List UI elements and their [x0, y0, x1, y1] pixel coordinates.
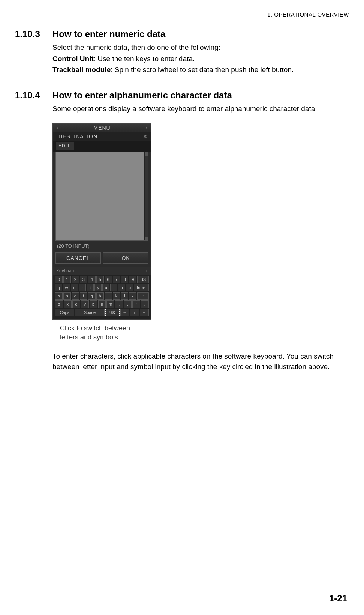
key-0[interactable]: 0: [55, 276, 63, 283]
forward-arrow-icon[interactable]: →: [142, 124, 148, 131]
key-arrow-up2[interactable]: ↑: [132, 300, 140, 308]
key-arrow-right[interactable]: →: [140, 309, 149, 316]
section-number: 1.10.3: [15, 29, 52, 39]
section-title: How to enter alphanumeric character data: [52, 90, 232, 100]
key-7[interactable]: 7: [113, 276, 120, 283]
scrollbar[interactable]: [144, 152, 148, 240]
intro-text: Some operations display a software keybo…: [52, 104, 349, 114]
key-space[interactable]: Space: [75, 309, 105, 316]
key-c[interactable]: c: [72, 300, 80, 308]
software-keyboard-figure: ← MENU → DESTINATION ✕ EDIT (20: [52, 123, 349, 342]
running-header: 1. OPERATIONAL OVERVIEW: [15, 11, 349, 18]
trackball-line: Trackball module: Spin the scrollwheel t…: [52, 64, 349, 75]
key-y[interactable]: y: [94, 284, 102, 291]
key-s[interactable]: s: [63, 292, 71, 300]
key-4[interactable]: 4: [88, 276, 96, 283]
key-q[interactable]: q: [55, 284, 62, 291]
key-arrow-up[interactable]: ↑: [137, 292, 149, 300]
destination-bar: DESTINATION ✕: [53, 132, 151, 141]
control-unit-label: Control Unit: [52, 55, 94, 63]
section-1-10-3: 1.10.3 How to enter numeric data Select …: [15, 29, 349, 75]
key-w[interactable]: w: [63, 284, 70, 291]
section-number: 1.10.4: [15, 90, 52, 100]
after-figure-text: To enter characters, click applicable ch…: [52, 351, 349, 372]
key-o[interactable]: o: [118, 284, 125, 291]
key-g[interactable]: g: [88, 292, 96, 300]
section-1-10-4: 1.10.4 How to enter alphanumeric charact…: [15, 90, 349, 372]
key-d[interactable]: d: [72, 292, 79, 300]
key-l[interactable]: l: [121, 292, 129, 300]
ui-panel: ← MENU → DESTINATION ✕ EDIT (20: [52, 123, 151, 320]
key-comma[interactable]: ,: [115, 300, 123, 308]
scroll-up-icon[interactable]: [145, 152, 148, 156]
key-j[interactable]: j: [105, 292, 112, 300]
keyboard-title-bar: Keyboard →: [53, 267, 151, 274]
key-8[interactable]: 8: [121, 276, 129, 283]
key-enter[interactable]: Enter: [134, 284, 149, 291]
ok-button[interactable]: OK: [103, 252, 148, 264]
control-unit-rest: : Use the ten keys to enter data.: [94, 55, 195, 63]
callout-line2: letters and symbols.: [60, 333, 146, 342]
key-p[interactable]: p: [126, 284, 133, 291]
key-k[interactable]: k: [113, 292, 120, 300]
software-keyboard: 0 1 2 3 4 5 6 7 8 9 BS q w: [53, 274, 151, 319]
key-a[interactable]: a: [55, 292, 63, 300]
callout-line1: Click to switch between: [60, 324, 146, 333]
destination-label: DESTINATION: [58, 134, 97, 140]
input-status: (20 TO INPUT): [53, 241, 151, 251]
text-canvas[interactable]: [55, 152, 148, 241]
control-unit-line: Control Unit: Use the ten keys to enter …: [52, 54, 349, 64]
menu-bar: ← MENU →: [53, 124, 151, 132]
key-i[interactable]: i: [110, 284, 117, 291]
key-h[interactable]: h: [96, 292, 104, 300]
intro-text: Select the numeric data, then do one of …: [52, 42, 349, 53]
cancel-button[interactable]: CANCEL: [55, 252, 101, 264]
key-m[interactable]: m: [106, 300, 114, 308]
keyboard-collapse-icon[interactable]: →: [143, 268, 148, 273]
key-6[interactable]: 6: [105, 276, 112, 283]
page-number: 1-21: [329, 593, 347, 604]
key-arrow-left[interactable]: ←: [120, 309, 129, 316]
key-b[interactable]: b: [90, 300, 97, 308]
figure-callout: Click to switch between letters and symb…: [60, 324, 146, 342]
edit-tab[interactable]: EDIT: [56, 142, 74, 150]
trackball-label: Trackball module: [52, 66, 111, 74]
menu-label: MENU: [93, 125, 110, 131]
key-backspace[interactable]: BS: [137, 276, 149, 283]
close-icon[interactable]: ✕: [143, 134, 148, 140]
key-9[interactable]: 9: [129, 276, 136, 283]
key-e[interactable]: e: [71, 284, 78, 291]
key-t[interactable]: t: [87, 284, 94, 291]
edit-tab-row: EDIT: [53, 141, 151, 152]
keyboard-label: Keyboard: [56, 268, 75, 273]
key-1[interactable]: 1: [63, 276, 71, 283]
key-x[interactable]: x: [64, 300, 72, 308]
key-u[interactable]: u: [102, 284, 109, 291]
scroll-down-icon[interactable]: [145, 237, 148, 240]
key-z[interactable]: z: [55, 300, 63, 308]
back-arrow-icon[interactable]: ←: [55, 124, 62, 131]
key-r[interactable]: r: [79, 284, 86, 291]
key-n[interactable]: n: [98, 300, 106, 308]
key-arrow-down2[interactable]: ↓: [141, 300, 149, 308]
key-dash[interactable]: -: [129, 292, 136, 300]
key-f[interactable]: f: [80, 292, 87, 300]
key-arrow-down[interactable]: ↓: [130, 309, 139, 316]
key-v[interactable]: v: [81, 300, 89, 308]
section-title: How to enter numeric data: [52, 29, 165, 39]
key-2[interactable]: 2: [72, 276, 79, 283]
key-5[interactable]: 5: [96, 276, 104, 283]
trackball-rest: : Spin the scrollwheel to set data then …: [111, 66, 294, 74]
key-3[interactable]: 3: [80, 276, 87, 283]
key-symbol-toggle[interactable]: !$&: [105, 309, 119, 316]
key-period[interactable]: .: [124, 300, 132, 308]
key-caps[interactable]: Caps: [55, 309, 74, 316]
